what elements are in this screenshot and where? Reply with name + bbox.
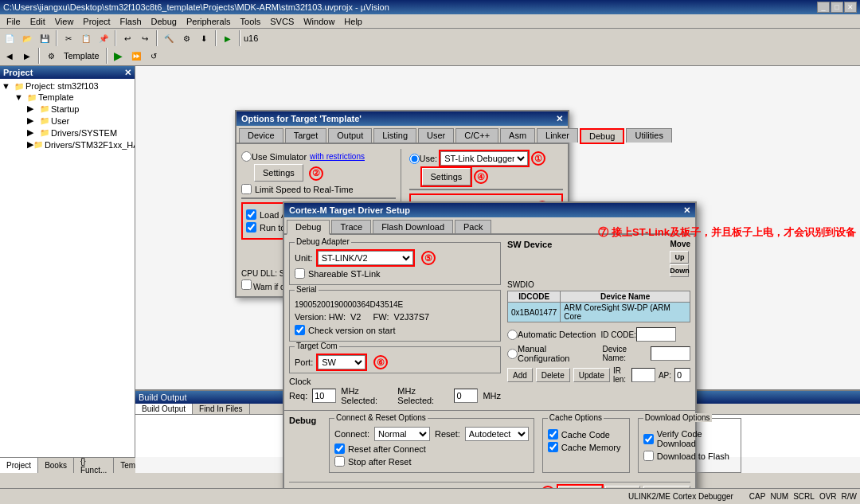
download-to-flash-cb[interactable]	[643, 451, 654, 461]
tab-asm[interactable]: Asm	[500, 128, 535, 143]
connect-select[interactable]: Normal	[374, 427, 430, 441]
tree-item-startup[interactable]: ▶ 📁 Startup	[2, 103, 133, 115]
options-icon[interactable]: ⚙	[43, 48, 59, 64]
serial-group: Serial 19005200190000364D43514E Version:…	[289, 290, 501, 342]
tab-linker[interactable]: Linker	[537, 128, 578, 143]
copy-icon[interactable]: 📋	[78, 30, 94, 46]
tab-listing[interactable]: Listing	[373, 128, 416, 143]
tree-item-template[interactable]: ▼ 📁 Template	[2, 92, 133, 103]
shareable-cb[interactable]	[295, 268, 305, 279]
cortex-tab-trace[interactable]: Trace	[331, 220, 371, 233]
reset-icon[interactable]: ↺	[146, 48, 162, 64]
tree-item-user[interactable]: ▶ 📁 User	[2, 115, 133, 127]
project-close-btn[interactable]: ✕	[124, 68, 131, 78]
download-icon[interactable]: ⬇	[196, 30, 212, 46]
tab-device[interactable]: Device	[239, 128, 283, 143]
reset-after-connect-cb[interactable]	[334, 443, 345, 454]
delete-btn[interactable]: Delete	[536, 368, 570, 382]
add-btn[interactable]: Add	[507, 368, 533, 382]
use-right-radio[interactable]	[409, 154, 420, 164]
start-debug-icon[interactable]: ▶	[111, 48, 127, 64]
step-icon[interactable]: ⏩	[128, 48, 144, 64]
save-icon[interactable]: 💾	[37, 30, 53, 46]
serial-title: Serial	[295, 285, 319, 294]
tree-item-drivers-system[interactable]: ▶ 📁 Drivers/SYSTEM	[2, 127, 133, 139]
options-close-btn[interactable]: ✕	[556, 114, 563, 124]
id-code-input[interactable]	[636, 327, 676, 342]
tree-label-4: Drivers/SYSTEM	[51, 128, 117, 138]
close-btn[interactable]: ✕	[844, 2, 857, 13]
paste-icon[interactable]: 📌	[96, 30, 111, 46]
cache-code-cb[interactable]	[548, 429, 558, 440]
tree-item-project[interactable]: ▼ 📁 Project: stm32f103	[2, 80, 133, 92]
menu-flash[interactable]: Flash	[115, 16, 147, 27]
load-app-left-cb[interactable]	[246, 209, 256, 220]
check-version-cb[interactable]	[295, 325, 305, 335]
menu-peripherals[interactable]: Peripherals	[182, 16, 236, 27]
menu-view[interactable]: View	[50, 16, 79, 27]
menu-tools[interactable]: Tools	[236, 16, 266, 27]
settings-btn-right[interactable]: Settings	[422, 168, 471, 186]
undo-icon[interactable]: ↩	[119, 30, 135, 46]
redo-icon[interactable]: ↪	[137, 30, 153, 46]
cortex-tab-pack[interactable]: Pack	[455, 220, 491, 233]
up-btn[interactable]: Up	[670, 251, 689, 264]
menu-file[interactable]: File	[2, 16, 25, 27]
device-name-input[interactable]	[651, 346, 690, 361]
debug-icon[interactable]: ▶	[220, 30, 236, 46]
with-restrictions-link[interactable]: with restrictions	[310, 152, 365, 161]
menu-edit[interactable]: Edit	[25, 16, 50, 27]
unit-select[interactable]: ST-LINK/V2	[318, 251, 413, 265]
settings-btn-left[interactable]: Settings	[254, 164, 303, 182]
build-icon[interactable]: 🔨	[161, 30, 177, 46]
update-btn[interactable]: Update	[573, 368, 610, 382]
cache-memory-cb[interactable]	[548, 442, 558, 452]
tree-item-drivers-hal[interactable]: ▶ 📁 Drivers/STM32F1xx_HAL_Driver	[2, 139, 133, 150]
minimize-btn[interactable]: _	[817, 2, 830, 13]
verify-code-cb[interactable]	[643, 434, 654, 444]
tab-target[interactable]: Target	[285, 128, 327, 143]
forward-icon[interactable]: ▶	[19, 48, 35, 64]
expand-icon-2: ▶	[27, 104, 40, 114]
books-tab[interactable]: Books	[38, 458, 74, 473]
tab-debug[interactable]: Debug	[580, 128, 624, 144]
ir-len-input[interactable]	[631, 368, 655, 382]
run-to-main-left-cb[interactable]	[246, 222, 256, 232]
tab-cc[interactable]: C/C++	[455, 128, 498, 143]
debugger-select[interactable]: ST-Link Debugger	[440, 151, 528, 166]
auto-detection-radio[interactable]	[507, 330, 518, 340]
project-tab[interactable]: Project	[0, 458, 38, 473]
cortex-close-btn[interactable]: ✕	[683, 205, 690, 216]
reset-select[interactable]: Autodetect	[465, 427, 529, 441]
port-select[interactable]: SW	[318, 355, 366, 369]
maximize-btn[interactable]: □	[831, 2, 843, 13]
menu-help[interactable]: Help	[339, 16, 367, 27]
menu-project[interactable]: Project	[78, 16, 115, 27]
cut-icon[interactable]: ✂	[61, 30, 76, 46]
build-output-tab[interactable]: Build Output	[135, 404, 193, 414]
open-icon[interactable]: 📂	[19, 30, 35, 46]
tab-user[interactable]: User	[418, 128, 454, 143]
stop-after-reset-cb[interactable]	[334, 456, 345, 467]
selected-input[interactable]	[454, 389, 478, 403]
ap-input[interactable]	[674, 368, 690, 382]
tab-utilities[interactable]: Utilities	[626, 128, 671, 143]
down-btn[interactable]: Down	[670, 264, 689, 277]
menu-svcs[interactable]: SVCS	[265, 16, 299, 27]
limit-speed-cb[interactable]	[241, 184, 252, 194]
functions-tab[interactable]: {} Funct...	[74, 458, 114, 473]
back-icon[interactable]: ◀	[2, 48, 18, 64]
find-in-files-tab[interactable]: Find In Files	[193, 404, 249, 414]
req-input[interactable]	[312, 389, 336, 403]
warn-cb[interactable]	[241, 279, 252, 290]
use-simulator-radio[interactable]	[241, 151, 252, 162]
sw-device-row-0[interactable]: 0x1BA01477 ARM CoreSight SW-DP (ARM Core	[508, 303, 690, 322]
tab-output[interactable]: Output	[328, 128, 372, 143]
menu-window[interactable]: Window	[299, 16, 339, 27]
build-all-icon[interactable]: ⚙	[178, 30, 194, 46]
cortex-tab-flash[interactable]: Flash Download	[373, 220, 453, 233]
menu-debug[interactable]: Debug	[147, 16, 182, 27]
cortex-tab-debug[interactable]: Debug	[287, 220, 330, 235]
new-file-icon[interactable]: 📄	[2, 30, 18, 46]
manual-config-radio[interactable]	[507, 349, 518, 359]
